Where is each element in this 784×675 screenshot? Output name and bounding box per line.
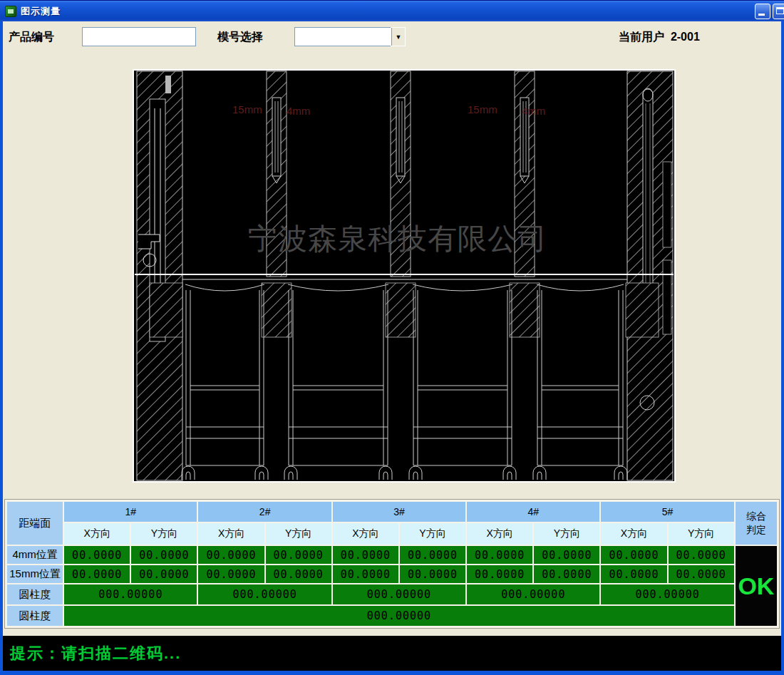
- value-cell: 000.00000: [198, 584, 331, 604]
- cad-drawing: 15mm 4mm 15mm 4mm 宁波森泉科技有限公司: [133, 69, 676, 483]
- value-cell: 00.0000: [198, 546, 264, 564]
- group-header-5: 5#: [601, 502, 733, 522]
- current-user-value: 2-001: [671, 31, 700, 43]
- group-header-4: 4#: [467, 502, 599, 522]
- svg-text:15mm: 15mm: [232, 103, 262, 115]
- minimize-icon: [758, 14, 765, 16]
- right-hatch-column: [627, 71, 673, 480]
- value-cell: 00.0000: [669, 546, 734, 564]
- value-cell: 00.0000: [333, 546, 398, 564]
- svg-text:4mm: 4mm: [287, 105, 310, 117]
- corner-header: 距端面: [7, 502, 63, 545]
- mold-select-label: 模号选择: [217, 30, 263, 45]
- status-text: 提示：请扫描二维码...: [3, 643, 181, 664]
- current-user-label: 当前用户: [619, 31, 664, 43]
- app-icon: [5, 6, 16, 17]
- watermark-text: 宁波森泉科技有限公司: [248, 222, 547, 255]
- sub-header-x: X方向: [198, 523, 264, 545]
- current-user: 当前用户 2-001: [619, 30, 700, 45]
- judge-result: OK: [736, 546, 777, 626]
- value-cell: 000.00000: [467, 584, 599, 604]
- maximize-icon: [776, 7, 784, 14]
- value-cell: 00.0000: [601, 546, 666, 564]
- window-border-right: [781, 21, 784, 675]
- judge-header-line1: 综合: [736, 510, 777, 523]
- window-title: 图示测量: [21, 5, 61, 18]
- sub-header-y: Y方向: [534, 523, 599, 545]
- value-cell: 00.0000: [400, 546, 465, 564]
- value-cell: 00.0000: [534, 546, 599, 564]
- group-header-2: 2#: [198, 502, 331, 522]
- title-bar: 图示测量: [0, 0, 784, 21]
- row-label-4mm: 4mm位置: [7, 546, 63, 564]
- sub-header-y: Y方向: [669, 523, 734, 545]
- value-cell: 000.00000: [601, 584, 733, 604]
- product-number-input[interactable]: [82, 27, 196, 46]
- value-cell: 00.0000: [534, 565, 599, 583]
- chevron-down-icon[interactable]: ▼: [391, 28, 405, 46]
- value-cell: 00.0000: [266, 565, 331, 583]
- mold-select-value: [295, 28, 391, 46]
- value-cell: 000.00000: [64, 584, 197, 604]
- sub-header-x: X方向: [601, 523, 666, 545]
- group-header-1: 1#: [64, 502, 197, 522]
- app-window: 图示测量 产品编号 模号选择 ▼ 当前用户 2-001: [0, 0, 784, 675]
- maximize-button[interactable]: [773, 4, 784, 19]
- sub-header-x: X方向: [333, 523, 398, 545]
- value-cell: 00.0000: [131, 546, 197, 564]
- toolbar: 产品编号 模号选择 ▼ 当前用户 2-001: [0, 21, 784, 56]
- value-cell: 00.0000: [64, 565, 130, 583]
- left-hatch-column: [137, 71, 182, 480]
- value-cell: 00.0000: [601, 565, 666, 583]
- value-cell: 00.0000: [467, 546, 532, 564]
- judge-header-line2: 判定: [736, 523, 777, 537]
- value-cell: 00.0000: [198, 565, 264, 583]
- row-label-15mm: 15mm位置: [7, 565, 63, 583]
- row-label-cylindricity: 圆柱度: [7, 584, 63, 604]
- judge-header: 综合 判定: [736, 502, 777, 545]
- status-bar: 提示：请扫描二维码...: [3, 636, 781, 671]
- product-number-label: 产品编号: [9, 30, 54, 45]
- group-header-3: 3#: [333, 502, 465, 522]
- svg-text:4mm: 4mm: [522, 105, 545, 117]
- value-cell: 00.0000: [266, 546, 331, 564]
- value-cell: 00.0000: [333, 565, 398, 583]
- value-cell: 00.0000: [400, 565, 465, 583]
- measurement-table: 距端面 1# 2# 3# 4# 5# 综合 判定 X方向 Y方向 X方向 Y方向…: [4, 499, 780, 629]
- minimize-button[interactable]: [755, 4, 770, 19]
- sub-header-y: Y方向: [266, 523, 331, 545]
- value-cell: 00.0000: [64, 546, 130, 564]
- sub-header-y: Y方向: [400, 523, 465, 545]
- value-cell: 000.00000: [333, 584, 465, 604]
- value-cell: 00.0000: [131, 565, 197, 583]
- window-border-bottom: [0, 671, 784, 675]
- sub-header-y: Y方向: [131, 523, 197, 545]
- sub-header-x: X方向: [467, 523, 532, 545]
- window-border-left: [0, 21, 3, 675]
- value-cell-merged: 000.00000: [64, 606, 734, 626]
- mold-select[interactable]: ▼: [294, 27, 406, 46]
- value-cell: 00.0000: [467, 565, 532, 583]
- row-label-cylindricity-total: 圆柱度: [7, 606, 63, 626]
- svg-text:15mm: 15mm: [468, 103, 497, 115]
- value-cell: 00.0000: [669, 565, 734, 583]
- sub-header-x: X方向: [64, 523, 130, 545]
